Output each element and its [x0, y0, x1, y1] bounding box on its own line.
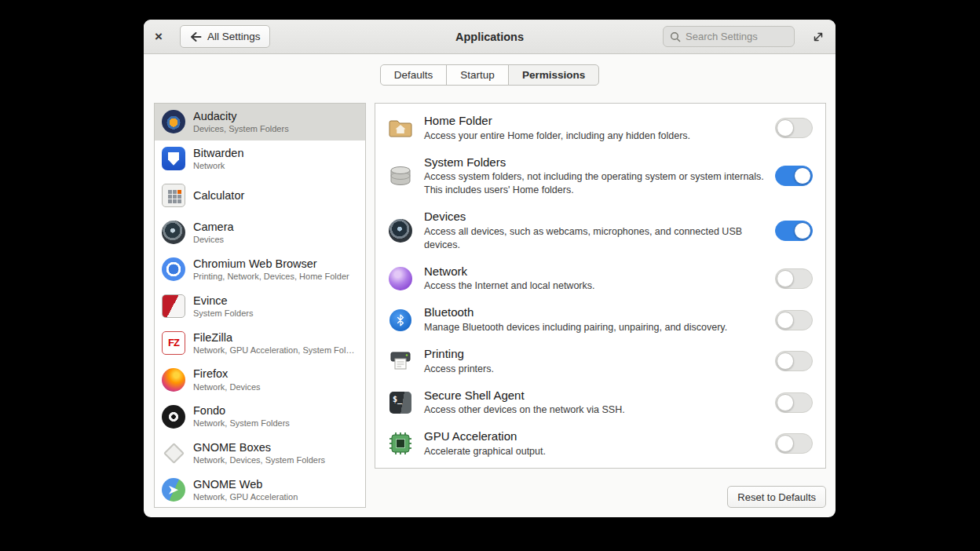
- permission-description: Access other devices on the network via …: [424, 403, 764, 417]
- permission-title: Home Folder: [424, 114, 764, 129]
- permission-description: Access all devices, such as webcams, mic…: [424, 225, 764, 252]
- permission-row-printing: Printing Access printers.: [375, 341, 825, 382]
- titlebar: × All Settings Applications: [144, 20, 836, 54]
- home-folder-icon: [388, 115, 413, 140]
- ssh-icon: [389, 392, 411, 414]
- toggle-knob: [794, 167, 811, 184]
- gnome-web-icon: [162, 478, 185, 502]
- sidebar-item-gnome-web[interactable]: GNOME Web Network, GPU Acceleration: [155, 472, 365, 508]
- app-name: Camera: [193, 220, 358, 234]
- sidebar-item-chromium[interactable]: Chromium Web Browser Printing, Network, …: [155, 251, 365, 288]
- app-list: Audacity Devices, System Folders Bitward…: [154, 103, 366, 508]
- evince-icon: [162, 294, 185, 318]
- sidebar-item-fondo[interactable]: Fondo Network, System Folders: [155, 398, 365, 435]
- reset-to-defaults-button[interactable]: Reset to Defaults: [727, 486, 826, 508]
- tab-defaults[interactable]: Defaults: [380, 64, 448, 86]
- app-name: Bitwarden: [193, 146, 358, 160]
- search-icon: [670, 31, 681, 42]
- chromium-icon: [162, 257, 185, 281]
- app-permissions-summary: Network, Devices: [193, 381, 358, 392]
- back-arrow-icon: [190, 31, 202, 42]
- app-permissions-summary: Devices, System Folders: [193, 123, 358, 134]
- permission-row-network: Network Access the Internet and local ne…: [375, 258, 825, 300]
- network-icon: [389, 267, 412, 290]
- app-name: Evince: [193, 294, 358, 308]
- network-toggle[interactable]: [775, 268, 813, 289]
- app-permissions-summary: Network, GPU Acceleration, System Folder…: [193, 345, 358, 356]
- devices-toggle[interactable]: [775, 221, 813, 241]
- permission-row-ssh: Secure Shell Agent Access other devices …: [375, 382, 825, 424]
- app-name: Calculator: [193, 188, 358, 203]
- permission-row-system-folders: System Folders Access system folders, no…: [375, 149, 825, 204]
- permission-title: Bluetooth: [424, 305, 764, 320]
- toggle-knob: [777, 352, 794, 370]
- permission-description: Manage Bluetooth devices including pairi…: [424, 321, 764, 334]
- system-folders-toggle[interactable]: [775, 166, 813, 186]
- home-folder-toggle[interactable]: [775, 118, 813, 138]
- permissions-panel: Home Folder Access your entire Home fold…: [375, 103, 826, 469]
- printing-toggle[interactable]: [775, 351, 813, 371]
- permission-title: System Folders: [424, 155, 764, 170]
- app-permissions-summary: System Folders: [193, 308, 358, 319]
- permission-description: Access your entire Home folder, includin…: [424, 130, 764, 143]
- gpu-toggle[interactable]: [775, 433, 813, 454]
- firefox-icon: [162, 368, 185, 392]
- tab-startup[interactable]: Startup: [446, 64, 509, 86]
- permission-title: Secure Shell Agent: [424, 389, 764, 403]
- bluetooth-icon: [389, 309, 411, 331]
- sidebar-item-bitwarden[interactable]: Bitwarden Network: [155, 140, 365, 177]
- toggle-knob: [777, 394, 794, 411]
- toggle-knob: [777, 270, 794, 287]
- all-settings-button[interactable]: All Settings: [180, 25, 271, 48]
- app-permissions-summary: Printing, Network, Devices, Home Folder: [193, 271, 358, 282]
- app-name: GNOME Web: [193, 477, 358, 491]
- bitwarden-icon: [162, 147, 185, 170]
- sidebar-item-camera[interactable]: Camera Devices: [155, 214, 365, 251]
- app-name: FileZilla: [193, 330, 358, 345]
- view-switcher: Defaults Startup Permissions: [144, 64, 836, 86]
- close-icon[interactable]: ×: [155, 30, 163, 43]
- toggle-knob: [777, 435, 794, 452]
- app-name: Fondo: [193, 403, 358, 418]
- calculator-icon: [162, 184, 185, 207]
- toggle-knob: [794, 222, 811, 239]
- bluetooth-toggle[interactable]: [775, 310, 813, 330]
- expand-icon[interactable]: [812, 31, 825, 43]
- permission-description: Access printers.: [424, 363, 764, 376]
- devices-icon: [389, 219, 412, 243]
- search-input[interactable]: [686, 31, 788, 42]
- fondo-icon: [162, 405, 185, 429]
- tab-permissions[interactable]: Permissions: [508, 64, 599, 86]
- app-permissions-summary: Network: [193, 160, 358, 171]
- gpu-icon: [388, 431, 413, 456]
- permission-description: Access system folders, not including the…: [424, 170, 764, 197]
- sidebar-item-firefox[interactable]: Firefox Network, Devices: [155, 361, 365, 398]
- sidebar-item-calculator[interactable]: Calculator: [155, 177, 365, 214]
- app-permissions-summary: Network, System Folders: [193, 418, 358, 429]
- all-settings-label: All Settings: [207, 31, 261, 42]
- permission-description: Accelerate graphical output.: [424, 445, 764, 458]
- app-name: GNOME Boxes: [193, 440, 358, 454]
- camera-icon: [162, 221, 185, 244]
- app-permissions-summary: Network, Devices, System Folders: [193, 454, 358, 465]
- app-name: Firefox: [193, 367, 358, 381]
- audacity-icon: [162, 110, 185, 133]
- permission-description: Access the Internet and local networks.: [424, 279, 764, 293]
- ssh-toggle[interactable]: [775, 392, 813, 413]
- app-name: Chromium Web Browser: [193, 257, 358, 271]
- sidebar-item-evince[interactable]: Evince System Folders: [155, 287, 365, 324]
- sidebar-item-gnome-boxes[interactable]: GNOME Boxes Network, Devices, System Fol…: [155, 435, 365, 472]
- permission-row-home-folder: Home Folder Access your entire Home fold…: [375, 108, 825, 149]
- toggle-knob: [777, 312, 794, 329]
- permission-title: Devices: [424, 210, 764, 224]
- permission-title: Printing: [424, 347, 764, 362]
- toggle-knob: [777, 119, 794, 137]
- search-box[interactable]: [663, 26, 795, 47]
- sidebar-item-filezilla[interactable]: FileZilla Network, GPU Acceleration, Sys…: [155, 324, 365, 361]
- app-permissions-summary: Devices: [193, 234, 358, 245]
- sidebar-item-audacity[interactable]: Audacity Devices, System Folders: [155, 104, 365, 140]
- app-name: Audacity: [193, 109, 358, 123]
- printing-icon: [388, 348, 413, 374]
- app-permissions-summary: Network, GPU Acceleration: [193, 491, 358, 502]
- permission-row-devices: Devices Access all devices, such as webc…: [375, 203, 825, 258]
